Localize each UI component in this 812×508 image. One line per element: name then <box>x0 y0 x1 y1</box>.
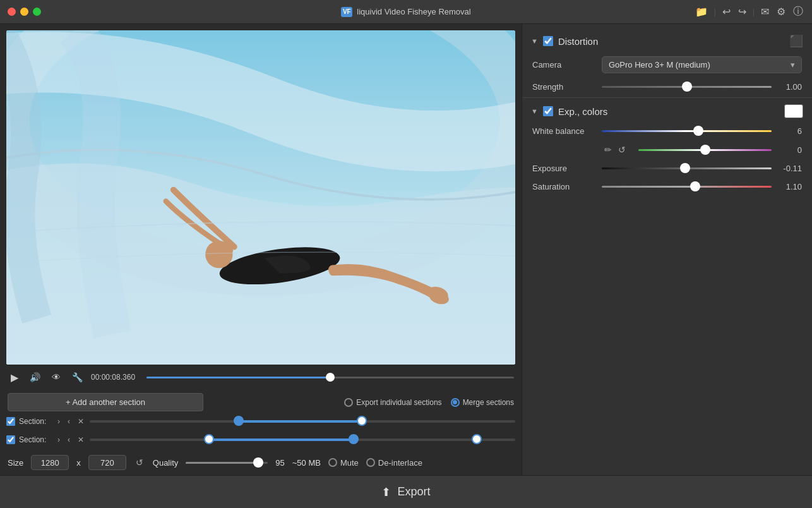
tint-row: ✏ ↺ 0 <box>522 140 812 159</box>
section2-thumb-mid[interactable] <box>349 434 359 444</box>
section1-checkbox[interactable] <box>6 417 15 426</box>
export-label: Export <box>397 485 430 499</box>
wb-label: White balance <box>532 126 595 136</box>
size-reset-button[interactable]: ↺ <box>134 457 145 468</box>
quality-thumb[interactable] <box>253 457 263 468</box>
saturation-row: Saturation 1.10 <box>522 178 812 196</box>
wb-value: 6 <box>778 126 802 136</box>
time-display: 00:00:08.360 <box>91 373 141 382</box>
window-controls <box>8 8 41 16</box>
section2-range[interactable] <box>90 438 515 441</box>
undo-button[interactable]: ↩ <box>721 4 732 19</box>
section1-prev-btn[interactable]: ‹ <box>66 416 72 426</box>
merge-sections-radio[interactable] <box>451 398 460 407</box>
export-button[interactable]: ⬆ Export <box>381 485 430 499</box>
camera-row: Camera GoPro Hero 3+ M (medium) ▾ <box>522 52 812 78</box>
timeline-slider[interactable] <box>146 377 514 378</box>
tint-value: 0 <box>778 145 802 155</box>
section2-thumb-left[interactable] <box>204 434 214 444</box>
saturation-slider[interactable] <box>602 186 772 188</box>
volume-button[interactable]: 🔊 <box>27 370 44 385</box>
divider-1 <box>522 97 812 98</box>
height-input[interactable] <box>88 455 126 470</box>
quality-slider[interactable] <box>186 462 268 464</box>
distortion-enabled-checkbox[interactable] <box>543 36 553 46</box>
eye-button[interactable]: 👁 <box>49 370 64 385</box>
section1-thumb-left[interactable] <box>234 416 244 426</box>
minimize-button[interactable] <box>20 8 28 16</box>
section2-expand-btn[interactable]: › <box>56 435 62 445</box>
distortion-arrow-icon: ▼ <box>531 37 538 45</box>
mute-checkbox[interactable] <box>328 458 337 467</box>
mute-label[interactable]: Mute <box>328 458 359 468</box>
video-image <box>6 30 515 365</box>
size-label: Size <box>8 458 23 468</box>
main-layout: ▶ 🔊 👁 🔧 00:00:08.360 + Add another secti… <box>0 24 812 475</box>
wb-thumb[interactable] <box>693 126 703 136</box>
eye-icon: 👁 <box>52 372 61 382</box>
wb-slider[interactable] <box>602 130 772 132</box>
strength-slider[interactable] <box>602 86 772 88</box>
deinterlace-label[interactable]: De-interlace <box>366 458 422 468</box>
exposure-row: Exposure -0.11 <box>522 159 812 178</box>
folder-button[interactable]: 📁 <box>694 4 709 19</box>
section1-delete-btn[interactable]: ✕ <box>76 416 86 426</box>
section1-expand-btn[interactable]: › <box>56 416 62 426</box>
strength-value: 1.00 <box>778 82 802 92</box>
redo-button[interactable]: ↪ <box>737 4 748 19</box>
info-button[interactable]: ⓘ <box>792 4 804 20</box>
section2-checkbox[interactable] <box>6 435 15 444</box>
color-swatch[interactable] <box>784 104 803 118</box>
settings-button[interactable]: 🔧 <box>69 370 86 385</box>
app-title-text: liquivid Video Fisheye Removal <box>357 7 470 16</box>
app-title: VF liquivid Video Fisheye Removal <box>341 7 470 17</box>
section2-thumb-right[interactable] <box>472 434 482 444</box>
width-input[interactable] <box>31 455 69 470</box>
mail-button[interactable]: ✉ <box>760 4 770 19</box>
section2-prev-btn[interactable]: ‹ <box>66 435 72 445</box>
section2-delete-btn[interactable]: ✕ <box>76 435 86 445</box>
exposure-value: -0.11 <box>778 164 802 173</box>
strength-row: Strength 1.00 <box>522 78 812 96</box>
quality-value: 95 <box>275 458 284 468</box>
section1-range[interactable] <box>90 420 515 423</box>
section1-thumb-right[interactable] <box>357 416 367 426</box>
export-individual-label[interactable]: Export individual sections <box>344 398 441 407</box>
wb-reset-button[interactable]: ↺ <box>618 145 626 155</box>
quality-label: Quality <box>153 458 178 468</box>
export-individual-radio[interactable] <box>344 398 353 407</box>
distortion-camera-icon: ⬛ <box>789 34 803 48</box>
tint-thumb[interactable] <box>700 145 710 155</box>
export-icon: ⬆ <box>381 485 391 499</box>
camera-dropdown[interactable]: GoPro Hero 3+ M (medium) ▾ <box>602 56 802 73</box>
exposure-thumb[interactable] <box>680 163 690 173</box>
timeline-thumb[interactable] <box>326 373 335 382</box>
eyedropper-button[interactable]: ✏ <box>604 145 612 155</box>
close-button[interactable] <box>8 8 16 16</box>
left-panel: ▶ 🔊 👁 🔧 00:00:08.360 + Add another secti… <box>0 24 522 475</box>
expcolors-enabled-checkbox[interactable] <box>543 106 553 116</box>
camera-label: Camera <box>532 60 595 70</box>
merge-sections-text: Merge sections <box>463 398 514 407</box>
maximize-button[interactable] <box>33 8 41 16</box>
video-container[interactable] <box>6 30 515 365</box>
distortion-header[interactable]: ▼ Distortion ⬛ <box>522 30 812 52</box>
tint-slider[interactable] <box>638 149 772 151</box>
quality-fill <box>186 462 258 464</box>
expcolors-header[interactable]: ▼ Exp., colors <box>522 100 812 122</box>
play-button[interactable]: ▶ <box>8 370 21 385</box>
timeline-progress <box>146 377 330 378</box>
gear-button[interactable]: ⚙ <box>775 4 787 19</box>
section1-fill <box>239 420 362 423</box>
export-bar[interactable]: ⬆ Export <box>0 475 812 508</box>
deinterlace-checkbox[interactable] <box>366 458 375 467</box>
saturation-thumb[interactable] <box>690 181 700 191</box>
merge-sections-label[interactable]: Merge sections <box>451 398 514 407</box>
exposure-slider[interactable] <box>602 167 772 169</box>
toolbar-icons: 📁 | ↩ ↪ | ✉ ⚙ ⓘ <box>694 4 804 20</box>
strength-thumb[interactable] <box>682 82 692 92</box>
sep1: | <box>714 8 716 16</box>
section-controls-top: + Add another section Export individual … <box>6 390 515 413</box>
add-section-button[interactable]: + Add another section <box>8 393 203 411</box>
export-options: Export individual sections Merge section… <box>344 398 514 407</box>
